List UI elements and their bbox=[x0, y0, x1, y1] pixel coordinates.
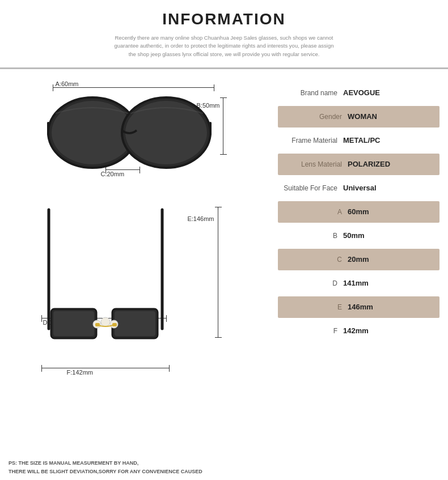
e-label: E bbox=[282, 303, 348, 311]
face-label: Suitable For Face bbox=[278, 184, 343, 192]
header-section: INFORMATION Recently there are many onli… bbox=[0, 0, 448, 63]
e-value: 146mm bbox=[348, 303, 435, 311]
dim-f-left-tick bbox=[41, 365, 42, 372]
svg-point-3 bbox=[125, 101, 207, 164]
glasses-front-svg bbox=[44, 92, 214, 180]
subtitle-text: Recently there are many online shop Chua… bbox=[111, 34, 337, 58]
a-value: 60mm bbox=[348, 207, 435, 216]
spec-row-a: A 60mm bbox=[278, 201, 439, 223]
main-content: A:60mm B:50mm C:20mm bbox=[0, 74, 448, 456]
brand-value: AEVOGUE bbox=[343, 88, 439, 97]
dim-f-label: F:142mm bbox=[67, 369, 93, 376]
spec-row-d: D 141mm bbox=[278, 273, 439, 294]
spec-row-lens: Lens Material POLARIZED bbox=[278, 154, 439, 175]
dim-e-top-tick bbox=[215, 207, 222, 207]
lens-value: POLARIZED bbox=[348, 160, 435, 168]
svg-rect-9 bbox=[53, 311, 94, 336]
diagram-front-view: A:60mm B:50mm C:20mm bbox=[33, 79, 248, 190]
spec-row-f: F 142mm bbox=[278, 320, 439, 342]
svg-point-13 bbox=[101, 317, 110, 326]
page-container: INFORMATION Recently there are many onli… bbox=[0, 0, 448, 480]
gender-label: Gender bbox=[282, 113, 348, 121]
spec-row-gender: Gender WOMAN bbox=[278, 106, 439, 128]
d-value: 141mm bbox=[343, 279, 439, 287]
b-value: 50mm bbox=[343, 231, 439, 240]
dim-e-bottom-tick bbox=[215, 337, 222, 338]
dim-b-line bbox=[223, 97, 223, 154]
frame-value: METAL/PC bbox=[343, 136, 439, 145]
dim-b-bottom-tick bbox=[220, 154, 227, 155]
d-label: D bbox=[278, 279, 343, 287]
right-panel: Brand name AEVOGUE Gender WOMAN Frame Ma… bbox=[278, 79, 439, 450]
glasses-topview-svg bbox=[39, 198, 203, 363]
spec-row-face: Suitable For Face Universal bbox=[278, 177, 439, 199]
b-label: B bbox=[278, 232, 343, 240]
dim-a-label: A:60mm bbox=[56, 80, 79, 87]
a-label: A bbox=[282, 208, 348, 216]
dim-f-line bbox=[41, 368, 169, 368]
dim-b-top-tick bbox=[220, 97, 227, 98]
dim-a-left-tick bbox=[53, 84, 53, 91]
lens-label: Lens Material bbox=[282, 160, 348, 168]
f-label: F bbox=[278, 327, 343, 335]
frame-label: Frame Material bbox=[278, 137, 343, 145]
spec-row-brand: Brand name AEVOGUE bbox=[278, 82, 439, 104]
footer-note: PS: THE SIZE IS MANUAL MEASUREMENT BY HA… bbox=[0, 456, 448, 480]
footer-line2: THERE WILL BE SLIGHT DEVIATION,SORRY FOR… bbox=[9, 468, 439, 475]
face-value: Universal bbox=[343, 184, 439, 192]
dim-e-line bbox=[218, 207, 218, 337]
dim-f-right-tick bbox=[169, 365, 170, 372]
left-panel: A:60mm B:50mm C:20mm bbox=[9, 79, 272, 450]
diagram-top-view: D:141mm E:146mm F:142mm bbox=[33, 196, 248, 383]
brand-label: Brand name bbox=[278, 89, 343, 97]
header-divider bbox=[0, 67, 448, 69]
svg-rect-11 bbox=[115, 311, 155, 336]
f-value: 142mm bbox=[343, 326, 439, 335]
page-title: INFORMATION bbox=[0, 10, 448, 28]
c-value: 20mm bbox=[348, 255, 435, 264]
footer-line1: PS: THE SIZE IS MANUAL MEASUREMENT BY HA… bbox=[9, 459, 439, 467]
dim-a-right-tick bbox=[214, 84, 214, 91]
dim-a-line bbox=[53, 87, 214, 88]
spec-row-frame: Frame Material METAL/PC bbox=[278, 130, 439, 151]
gender-value: WOMAN bbox=[348, 112, 435, 121]
spec-row-c: C 20mm bbox=[278, 249, 439, 270]
c-label: C bbox=[282, 256, 348, 264]
spec-row-e: E 146mm bbox=[278, 296, 439, 318]
spec-row-b: B 50mm bbox=[278, 225, 439, 247]
